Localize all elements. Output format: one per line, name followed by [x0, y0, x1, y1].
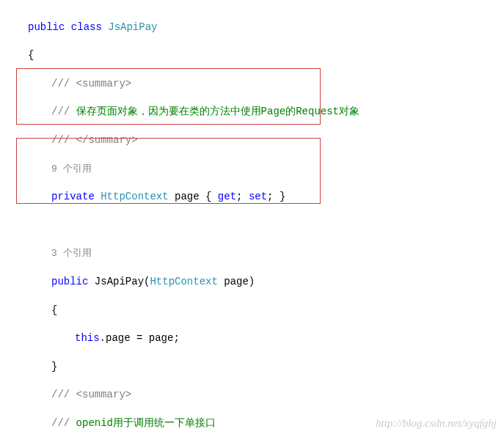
sep: ; — [236, 191, 249, 202]
rest: ; } — [267, 191, 285, 202]
code-line — [0, 218, 504, 232]
param: page) — [218, 276, 255, 287]
brace: } — [51, 361, 57, 372]
xml-comment: /// </summary> — [51, 134, 138, 146]
comment-text: 保存页面对象，因为要在类的方法中使用Page的Request对象 — [76, 106, 359, 117]
xml-comment: /// <summary> — [51, 78, 131, 89]
keyword-get: get — [218, 191, 236, 202]
code-line: { — [0, 304, 504, 317]
keyword-public: public — [28, 21, 65, 33]
brace: { — [51, 304, 57, 316]
keyword-public: public — [51, 276, 88, 287]
code-line: /// <summary> — [0, 388, 504, 402]
keyword-private: private — [51, 191, 95, 202]
code-line: private HttpContext page { get; set; } — [0, 190, 504, 204]
code-line: public JsApiPay(HttpContext page) — [0, 275, 504, 289]
code-line: /// 保存页面对象，因为要在类的方法中使用Page的Request对象 — [0, 105, 504, 119]
keyword-set: set — [249, 191, 267, 202]
xml-comment-prefix: /// — [51, 106, 76, 117]
type-name: JsApiPay — [108, 21, 157, 33]
member-name: page { — [169, 191, 218, 202]
code-line: 3 个引用 — [0, 246, 504, 260]
code-line: /// <summary> — [0, 77, 504, 91]
code-line: } — [0, 360, 504, 374]
code-block: public class JsApiPay { /// <summary> //… — [0, 0, 504, 437]
keyword-class: class — [71, 21, 102, 33]
xml-comment: /// <summary> — [51, 389, 131, 400]
type-name: HttpContext — [150, 276, 217, 287]
code-line: /// </summary> — [0, 133, 504, 147]
codelens-refs[interactable]: 9 个引用 — [51, 164, 92, 175]
code-line: this.page = page; — [0, 331, 504, 345]
keyword-this: this — [75, 332, 100, 344]
code-line: 9 个引用 — [0, 162, 504, 176]
comment-text: openid用于调用统一下单接口 — [76, 417, 216, 429]
code-line: /// openid用于调用统一下单接口 — [0, 416, 504, 430]
rest: .page = page; — [100, 332, 180, 344]
ctor-name: JsApiPay( — [88, 276, 150, 287]
codelens-refs[interactable]: 3 个引用 — [51, 248, 92, 259]
code-line: { — [0, 48, 504, 62]
brace: { — [28, 49, 34, 61]
type-name: HttpContext — [101, 191, 168, 202]
xml-comment-prefix: /// — [51, 417, 76, 429]
code-line: public class JsApiPay — [0, 21, 504, 34]
